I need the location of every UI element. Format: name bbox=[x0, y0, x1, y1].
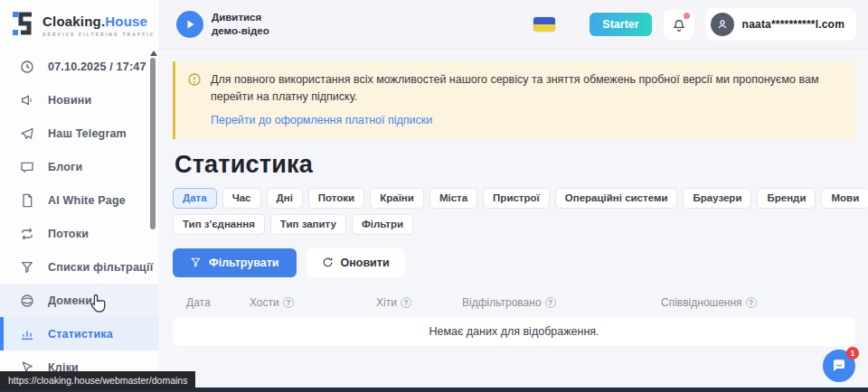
tab-brands[interactable]: Бренди bbox=[757, 188, 816, 209]
sidebar-item-news[interactable]: Новини bbox=[0, 83, 158, 117]
telegram-icon bbox=[20, 126, 34, 141]
column-hits: Хіти ? bbox=[376, 296, 462, 309]
chat-icon bbox=[831, 358, 847, 374]
main-column: Дивитися демо-відео Starter naata*******… bbox=[158, 0, 868, 392]
column-ratio: Співвідношення ? bbox=[661, 296, 855, 309]
content-area: Для повного використання всіх можливосте… bbox=[158, 50, 868, 392]
notifications-button[interactable] bbox=[664, 9, 694, 40]
tab-time[interactable]: Час bbox=[222, 188, 261, 209]
tab-flows[interactable]: Потоки bbox=[308, 188, 364, 209]
sidebar-item-domains[interactable]: Домени bbox=[0, 284, 158, 317]
empty-table-message: Немає даних для відображення. bbox=[173, 317, 855, 346]
tab-operating-systems[interactable]: Операційні системи bbox=[555, 188, 678, 209]
chat-bubble-icon bbox=[20, 160, 34, 174]
actions-row: Фільтрувати Оновити bbox=[173, 248, 855, 277]
filter-button[interactable]: Фільтрувати bbox=[173, 248, 297, 277]
tab-date[interactable]: Дата bbox=[173, 188, 217, 209]
chat-widget-button[interactable]: 1 bbox=[823, 350, 855, 382]
refresh-button[interactable]: Оновити bbox=[307, 248, 405, 277]
logo-icon bbox=[12, 10, 35, 41]
top-header: Дивитися демо-відео Starter naata*******… bbox=[158, 0, 868, 50]
tab-languages[interactable]: Мови bbox=[821, 188, 868, 209]
app-window: Cloaking.House SERVICE FILTERING TRAFFIC… bbox=[0, 0, 868, 392]
help-icon[interactable]: ? bbox=[545, 297, 556, 308]
plan-badge[interactable]: Starter bbox=[590, 13, 651, 36]
page-icon bbox=[20, 193, 34, 208]
help-icon[interactable]: ? bbox=[283, 297, 294, 308]
chat-unread-badge: 1 bbox=[846, 347, 859, 359]
sidebar-item-blogs[interactable]: Блоги bbox=[0, 150, 158, 183]
language-flag-ukraine[interactable] bbox=[533, 17, 555, 32]
sidebar-item-ai-white-page[interactable]: AI White Page bbox=[0, 183, 158, 217]
page-title: Статистика bbox=[175, 151, 855, 179]
person-icon bbox=[716, 18, 729, 31]
sidebar-item-flows[interactable]: Потоки bbox=[0, 217, 158, 250]
play-icon bbox=[184, 19, 195, 30]
column-hosts: Хости ? bbox=[250, 296, 376, 309]
filter-icon bbox=[190, 257, 202, 268]
tab-connection-type[interactable]: Тип з'єднання bbox=[173, 214, 265, 235]
tab-devices[interactable]: Пристрої bbox=[483, 188, 550, 209]
tab-cities[interactable]: Міста bbox=[429, 188, 477, 209]
warning-icon bbox=[187, 72, 202, 127]
logo[interactable]: Cloaking.House SERVICE FILTERING TRAFFIC bbox=[0, 0, 158, 50]
sidebar-item-filter-lists[interactable]: Списки фільтрації bbox=[0, 250, 158, 284]
scrollbar-thumb[interactable] bbox=[150, 58, 156, 229]
mouse-pointer-icon bbox=[90, 294, 107, 317]
column-filtered: Відфільтровано ? bbox=[462, 296, 661, 309]
subscribe-link[interactable]: Перейти до оформлення платної підписки bbox=[211, 114, 432, 126]
sidebar-item-telegram[interactable]: Наш Telegram bbox=[0, 117, 158, 150]
avatar bbox=[711, 13, 734, 36]
sidebar: Cloaking.House SERVICE FILTERING TRAFFIC… bbox=[0, 0, 158, 392]
sidebar-nav: 07.10.2025 / 17:47 Новини Наш Telegram Б… bbox=[0, 50, 158, 384]
tab-browsers[interactable]: Браузери bbox=[683, 188, 751, 209]
table-header: Дата Хости ? Хіти ? Відфільтровано ? Спі… bbox=[173, 291, 855, 314]
sidebar-datetime: 07.10.2025 / 17:47 bbox=[0, 50, 158, 83]
tab-filters[interactable]: Фільтри bbox=[352, 214, 413, 235]
demo-video-play-button[interactable] bbox=[176, 11, 203, 38]
sidebar-scrollbar[interactable] bbox=[149, 50, 157, 387]
sidebar-item-statistics[interactable]: Статистика bbox=[0, 317, 158, 350]
funnel-icon bbox=[20, 260, 34, 275]
tab-request-type[interactable]: Тип запиту bbox=[270, 214, 346, 235]
tab-countries[interactable]: Країни bbox=[370, 188, 424, 209]
link-status-bar: https://cloaking.house/webmaster/domains bbox=[0, 371, 195, 390]
bell-icon bbox=[671, 16, 687, 33]
refresh-icon bbox=[322, 257, 334, 268]
stats-tabs-row-1: Дата Час Дні Потоки Країни Міста Пристро… bbox=[173, 188, 855, 209]
help-icon[interactable]: ? bbox=[746, 297, 757, 308]
tab-days[interactable]: Дні bbox=[267, 188, 303, 209]
column-date: Дата bbox=[173, 296, 250, 309]
logo-text: Cloaking.House bbox=[42, 14, 147, 29]
globe-icon bbox=[20, 294, 34, 308]
demo-video-label[interactable]: Дивитися демо-відео bbox=[212, 11, 269, 38]
megaphone-icon bbox=[20, 93, 34, 107]
clock-icon bbox=[20, 60, 34, 74]
user-email: naata**********l.com bbox=[742, 18, 844, 31]
trial-warning-banner: Для повного використання всіх можливосте… bbox=[173, 61, 855, 139]
notification-dot bbox=[684, 13, 690, 19]
sync-icon bbox=[20, 227, 34, 241]
stats-tabs-row-2: Тип з'єднання Тип запиту Фільтри bbox=[173, 214, 855, 235]
banner-text: Для повного використання всіх можливосте… bbox=[211, 71, 841, 106]
user-account-button[interactable]: naata**********l.com bbox=[705, 8, 856, 41]
help-icon[interactable]: ? bbox=[401, 297, 411, 308]
scroll-up-icon[interactable] bbox=[150, 51, 157, 56]
logo-tagline: SERVICE FILTERING TRAFFIC bbox=[42, 32, 156, 37]
bar-chart-icon bbox=[20, 327, 34, 341]
